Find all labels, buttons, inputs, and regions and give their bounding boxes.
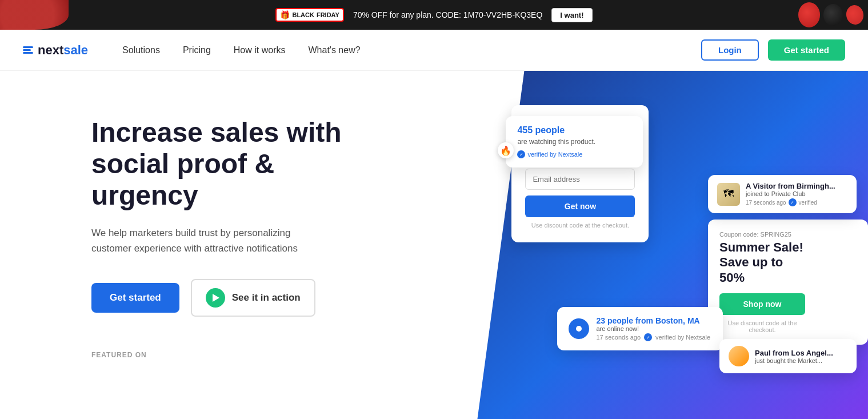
paul-content: Paul from Los Angel... just bought the M…	[755, 349, 833, 364]
check-icon: ✓	[517, 150, 525, 158]
map-icon: 🗺	[723, 188, 734, 200]
logo-icon	[23, 46, 33, 54]
hero-get-started-button[interactable]: Get started	[91, 283, 179, 313]
birmingham-meta: 17 seconds ago ✓ verified	[746, 198, 835, 206]
login-button[interactable]: Login	[701, 39, 759, 61]
boston-meta: 17 seconds ago ✓ verified by Nextsale	[596, 333, 710, 341]
boston-card: 23 people from Boston, MA are online now…	[557, 307, 723, 350]
nav-pricing[interactable]: Pricing	[183, 45, 211, 55]
nav-links: Solutions Pricing How it works What's ne…	[122, 45, 701, 55]
hero-subtext: We help marketers build trust by persona…	[91, 225, 331, 256]
seasonal-email-input[interactable]	[525, 169, 635, 190]
hero-right: Seasonal Sale Up to 50% OFF! Limited tim…	[477, 71, 868, 419]
logo-stripe-2	[23, 49, 31, 51]
watching-subtitle: are watching this product.	[517, 138, 631, 146]
birmingham-content: A Visitor from Birmingh... joined to Pri…	[746, 182, 835, 206]
black-friday-badge: 🎁 BLACK FRIDAY	[275, 8, 343, 22]
coupon-label: Coupon code: SPRING25	[719, 231, 805, 238]
hero-section: Increase sales with social proof & urgen…	[0, 71, 868, 419]
balloon-black	[823, 4, 843, 26]
nav-how-it-works[interactable]: How it works	[234, 45, 286, 55]
watching-count: 455 people	[517, 125, 631, 135]
balloon-red-2	[845, 4, 865, 26]
get-now-button[interactable]: Get now	[525, 195, 635, 217]
logo-text: nextsale	[38, 43, 88, 58]
balloon-decoration-left	[0, 0, 69, 30]
birmingham-title: A Visitor from Birmingh...	[746, 182, 835, 190]
summer-discount-note: Use discount code at the checkout.	[719, 320, 805, 333]
paul-card: Paul from Los Angel... just bought the M…	[719, 339, 857, 373]
watching-verified: ✓ verified by Nextsale	[517, 150, 631, 158]
hero-buttons: Get started See it in action	[91, 279, 443, 317]
banner-promo-text: 70% OFF for any plan. CODE: 1M70-VV2HB-K…	[353, 10, 542, 19]
hero-heading: Increase sales with social proof & urgen…	[91, 117, 377, 212]
badge-line2: FRIDAY	[317, 11, 339, 18]
watching-card: 🔥 455 people are watching this product. …	[506, 116, 643, 167]
boston-title: 23 people from Boston, MA	[596, 316, 710, 325]
boston-avatar	[569, 318, 589, 339]
nav-whats-new[interactable]: What's new?	[309, 45, 361, 55]
balloon-decoration-right	[765, 0, 868, 30]
logo[interactable]: nextsale	[23, 43, 88, 58]
shop-now-button[interactable]: Shop now	[719, 293, 805, 315]
birmingham-check-icon: ✓	[789, 198, 797, 206]
paul-title: Paul from Los Angel...	[755, 349, 833, 357]
map-thumbnail: 🗺	[717, 183, 740, 206]
boston-subtitle: are online now!	[596, 325, 710, 332]
gift-icon: 🎁	[280, 10, 290, 19]
i-want-button[interactable]: I want!	[551, 8, 592, 22]
navbar: nextsale Solutions Pricing How it works …	[0, 30, 868, 71]
online-dot	[576, 326, 582, 332]
paul-avatar	[729, 346, 749, 366]
nav-solutions[interactable]: Solutions	[122, 45, 160, 55]
hero-left: Increase sales with social proof & urgen…	[0, 71, 477, 419]
logo-stripe-3	[23, 52, 33, 54]
see-action-label: See it in action	[232, 292, 301, 304]
nav-actions: Login Get started	[701, 39, 845, 61]
top-banner: 🎁 BLACK FRIDAY 70% OFF for any plan. COD…	[0, 0, 868, 30]
paul-subtitle: just bought the Market...	[755, 357, 833, 364]
featured-on-label: FEATURED ON	[91, 351, 443, 359]
play-triangle	[213, 294, 219, 302]
birmingham-subtitle: joined to Private Club	[746, 190, 835, 197]
summer-title: Summer Sale! Save up to 50%	[719, 240, 805, 285]
hero-see-action-button[interactable]: See it in action	[191, 279, 315, 317]
badge-line1: BLACK	[292, 11, 314, 18]
boston-content: 23 people from Boston, MA are online now…	[596, 316, 710, 341]
boston-check-icon: ✓	[644, 333, 652, 341]
seasonal-discount-note: Use discount code at the checkout.	[525, 222, 635, 229]
logo-stripe-1	[23, 46, 33, 48]
play-icon	[206, 288, 225, 308]
fire-icon: 🔥	[498, 142, 514, 158]
birmingham-card: 🗺 A Visitor from Birmingh... joined to P…	[708, 175, 857, 213]
nav-get-started-button[interactable]: Get started	[768, 39, 845, 61]
balloon-red	[798, 2, 820, 27]
summer-sale-card: Coupon code: SPRING25 Summer Sale! Save …	[708, 220, 868, 345]
